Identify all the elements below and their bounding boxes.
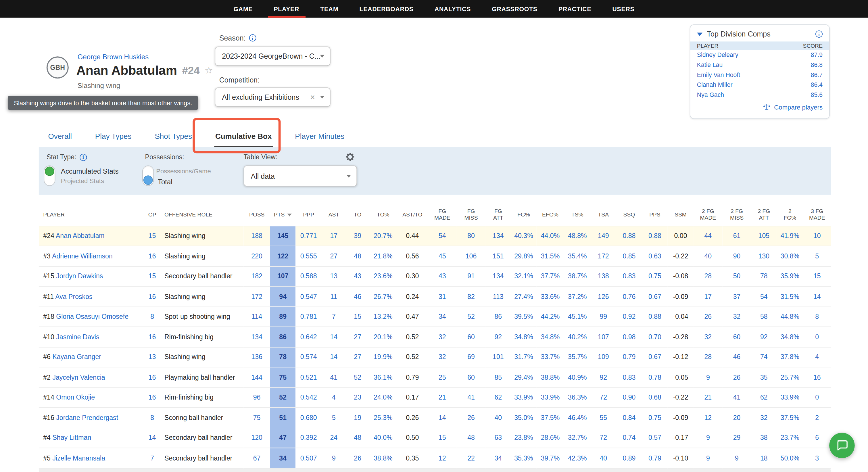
cell-poss[interactable]: 172 (243, 286, 270, 307)
cell-fg2_miss[interactable]: 50 (722, 266, 751, 286)
col-header-ast[interactable]: AST (321, 203, 346, 226)
cell-fg2_miss[interactable]: 29 (722, 428, 751, 448)
cell-ppp[interactable]: 0.547 (296, 286, 321, 307)
cell-pps[interactable]: 0.79 (642, 448, 668, 468)
cell-fg_pct[interactable]: 34.8% (511, 327, 537, 347)
cell-ts_pct[interactable]: 40.9% (564, 367, 591, 387)
cell-gp[interactable]: 16 (142, 367, 163, 387)
nav-item-player[interactable]: PLAYER (263, 0, 310, 18)
cell-ts_pct[interactable]: 35.7% (564, 347, 591, 367)
cell-fg_made[interactable]: 54 (428, 226, 457, 246)
cell-fg_miss[interactable]: 41 (457, 387, 486, 408)
cell-tsa[interactable]: 99 (591, 307, 616, 326)
cell-to[interactable]: 27 (346, 347, 369, 367)
col-header-fg_pct[interactable]: FG% (511, 203, 537, 226)
cell-ast[interactable]: 14 (321, 327, 346, 347)
cell-fg2_att[interactable]: 78 (751, 266, 777, 286)
cell-to_pct[interactable]: 40.0% (369, 428, 397, 448)
cell-ppp[interactable]: 0.507 (296, 448, 321, 468)
comps-player-link[interactable]: Cianah Miller (697, 81, 733, 89)
cell-fg_made[interactable]: 25 (428, 367, 457, 387)
cell-fg2_miss[interactable]: 41 (722, 387, 751, 408)
cell-fg_pct[interactable]: 39.5% (511, 307, 537, 326)
cell-to[interactable]: 52 (346, 367, 369, 387)
cell-ssq[interactable]: 0.98 (616, 327, 642, 347)
cell-gp[interactable]: 15 (142, 266, 163, 286)
cell-ast[interactable]: 5 (321, 408, 346, 428)
star-icon[interactable]: ☆ (205, 65, 213, 76)
cell-fg_made[interactable]: 32 (428, 327, 457, 347)
cell-ts_pct[interactable]: 36.3% (564, 387, 591, 408)
cell-ssq[interactable]: 0.83 (616, 266, 642, 286)
cell-ts_pct[interactable]: 38.7% (564, 266, 591, 286)
cell-to[interactable]: 48 (346, 428, 369, 448)
cell-pts[interactable]: 86 (270, 327, 296, 347)
cell-pps[interactable]: 0.75 (642, 266, 668, 286)
player-link[interactable]: Jizelle Manansala (52, 454, 105, 462)
cell-to[interactable]: 43 (346, 266, 369, 286)
player-link[interactable]: Omon Okojie (56, 394, 95, 401)
cell-fg_pct[interactable]: 33.9% (511, 387, 537, 408)
cell-ssq[interactable]: 0.90 (616, 387, 642, 408)
cell-to_pct[interactable]: 20.7% (369, 226, 397, 246)
cell-fg2_pct[interactable]: 37.8% (777, 347, 803, 367)
comps-player-link[interactable]: Katie Lau (697, 61, 723, 69)
compare-players-link[interactable]: Compare players (690, 100, 829, 111)
cell-efg_pct[interactable]: 44.2% (536, 307, 564, 326)
cell-ts_pct[interactable]: 32.7% (564, 428, 591, 448)
cell-ts_pct[interactable]: 45.1% (564, 307, 591, 326)
cell-efg_pct[interactable]: 28.6% (536, 428, 564, 448)
cell-fg2_att[interactable]: 62 (751, 387, 777, 408)
stat-type-toggle[interactable] (44, 165, 55, 186)
cell-ppp[interactable]: 0.542 (296, 387, 321, 408)
cell-fg_att[interactable]: 86 (486, 307, 511, 326)
comps-score[interactable]: 86.7 (811, 71, 823, 78)
comps-player-link[interactable]: Sidney Deleary (697, 51, 738, 59)
cell-fg_made[interactable]: 32 (428, 347, 457, 367)
cell-fg_made[interactable]: 31 (428, 286, 457, 307)
cell-fg_made[interactable]: 15 (428, 428, 457, 448)
cell-ast[interactable]: 27 (321, 246, 346, 266)
cell-efg_pct[interactable]: 31.5% (536, 246, 564, 266)
cell-to_pct[interactable]: 20.1% (369, 327, 397, 347)
cell-to_pct[interactable]: 25.3% (369, 408, 397, 428)
cell-ts_pct[interactable]: 37.2% (564, 286, 591, 307)
cell-tsa[interactable]: 72 (591, 387, 616, 408)
cell-poss[interactable]: 114 (243, 307, 270, 326)
cell-poss[interactable]: 134 (243, 327, 270, 347)
cell-gp[interactable]: 13 (142, 347, 163, 367)
cell-fg2_made[interactable]: 9 (693, 428, 722, 448)
cell-ts_pct[interactable]: 46.4% (564, 408, 591, 428)
cell-ppp[interactable]: 0.771 (296, 226, 321, 246)
table-view-select[interactable]: All data (243, 165, 357, 187)
cell-ast[interactable]: 17 (321, 226, 346, 246)
nav-item-users[interactable]: USERS (602, 0, 645, 18)
comps-score[interactable]: 87.9 (811, 51, 823, 59)
cell-fg2_att[interactable]: 35 (751, 367, 777, 387)
cell-fg2_pct[interactable]: 30.8% (777, 246, 803, 266)
cell-ppp[interactable]: 0.521 (296, 367, 321, 387)
cell-ssq[interactable]: 0.85 (616, 246, 642, 266)
cell-efg_pct[interactable]: 39.7% (536, 448, 564, 468)
cell-fg3_made[interactable]: 2 (803, 408, 831, 428)
cell-to[interactable]: 15 (346, 307, 369, 326)
cell-gp[interactable]: 16 (142, 246, 163, 266)
cell-fg2_made[interactable]: 26 (693, 307, 722, 326)
nav-item-grassroots[interactable]: GRASSROOTS (482, 0, 548, 18)
cell-fg_made[interactable]: 14 (428, 408, 457, 428)
cell-ppp[interactable]: 0.781 (296, 307, 321, 326)
cell-gp[interactable]: 16 (142, 327, 163, 347)
comps-score[interactable]: 85.6 (811, 91, 823, 99)
cell-gp[interactable]: 15 (142, 226, 163, 246)
cell-ppp[interactable]: 0.392 (296, 428, 321, 448)
cell-efg_pct[interactable]: 34.8% (536, 327, 564, 347)
cell-fg3_made[interactable]: 3 (803, 448, 831, 468)
cell-ts_pct[interactable]: 48.8% (564, 226, 591, 246)
cell-pps[interactable]: 0.63 (642, 246, 668, 266)
cell-fg_miss[interactable]: 69 (457, 347, 486, 367)
horizontal-scrollbar[interactable] (39, 469, 831, 472)
cell-fg_att[interactable]: 101 (486, 347, 511, 367)
cell-to_pct[interactable]: 19.9% (369, 347, 397, 367)
cell-fg_pct[interactable]: 23.8% (511, 428, 537, 448)
cell-fg_pct[interactable]: 35.0% (511, 408, 537, 428)
